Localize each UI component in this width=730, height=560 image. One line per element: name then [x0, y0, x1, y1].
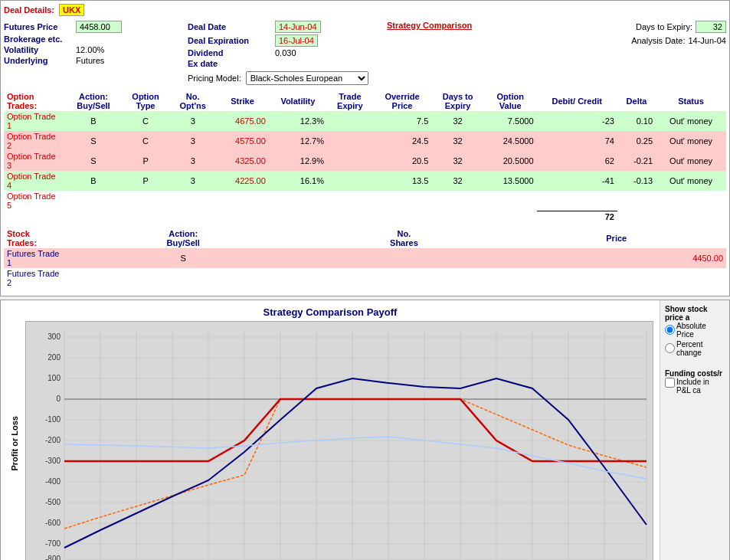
volatility-label: Volatility: [4, 45, 73, 54]
th-trade-expiry: Trade Expiry: [327, 91, 373, 111]
th-no-shares: No. Shares: [301, 228, 506, 248]
stock-trades-table: Stock Trades: Action: Buy/Sell No. Share…: [4, 228, 726, 288]
chart-title: Strategy Comparison Payoff: [7, 306, 653, 318]
display-mode-group: Absolute Price Percent change: [665, 322, 725, 357]
percent-change-radio[interactable]: [665, 343, 675, 353]
stock-trades-section: Stock Trades: Action: Buy/Sell No. Share…: [4, 228, 726, 288]
days-to-expiry-label: Days to Expiry:: [636, 22, 692, 31]
option-trade-row: Option Trade 3SP34325.0012.9%20.53220.50…: [4, 151, 726, 171]
th-status: Status: [656, 91, 726, 111]
svg-text:-100: -100: [45, 415, 61, 424]
svg-text:0: 0: [56, 395, 61, 403]
chart-svg: 300 200 100 0 -100 -200 -300 -400 -500 -…: [25, 321, 653, 561]
right-panel: Show stock price a Absolute Price Percen…: [660, 300, 729, 561]
brokerage-label: Brokerage etc.: [4, 34, 73, 44]
pricing-model-select[interactable]: Black-Scholes European: [246, 71, 368, 85]
absolute-price-radio[interactable]: [665, 325, 675, 335]
svg-text:300: 300: [47, 332, 61, 341]
svg-text:-200: -200: [45, 436, 61, 444]
th-volatility: Volatility: [269, 91, 327, 111]
strategy-comparison-link[interactable]: Strategy Comparison: [387, 21, 472, 33]
th-debit-credit: Debit/ Credit: [537, 91, 617, 111]
top-panel: Deal Details: UKX Futures Price 4458.00 …: [0, 0, 730, 296]
th-days-expiry: Days to Expiry: [431, 91, 484, 111]
svg-text:-800: -800: [45, 555, 61, 561]
days-to-expiry-value: 32: [696, 21, 726, 33]
option-trade-row: Option Trade 1BC34675.0012.3%7.5327.5000…: [4, 111, 726, 131]
deal-ticker: UKX: [59, 4, 84, 16]
percent-change-option[interactable]: Percent change: [665, 340, 725, 357]
option-trades-table: Option Trades: Action: Buy/Sell Option T…: [4, 91, 726, 222]
deal-date-label: Deal Date: [188, 22, 272, 31]
th-price: Price: [506, 228, 726, 248]
th-no: No. Opt'ns: [169, 91, 216, 111]
funding-label: Funding costs/r: [665, 369, 725, 378]
bottom-panel: Strategy Comparison Payoff Profit or Los…: [0, 300, 730, 561]
th-delta: Delta: [617, 91, 656, 111]
include-checkbox[interactable]: [665, 378, 675, 388]
deal-expiry-value: 16-Jul-04: [275, 34, 318, 47]
futures-price-value: 4458.00: [76, 21, 122, 33]
option-trade-row: Option Trade 4BP34225.0016.1%13.53213.50…: [4, 171, 726, 191]
stock-trade-row: Futures Trade 2: [4, 268, 726, 288]
option-trades-label: Option Trades:: [4, 91, 65, 111]
option-trade-row: Option Trade 2SC34575.0012.7%24.53224.50…: [4, 131, 726, 151]
pricing-model-label: Pricing Model:: [188, 74, 241, 83]
ex-date-label: Ex date: [188, 59, 272, 68]
deal-date-value: 14-Jun-04: [275, 21, 321, 33]
volatility-value: 12.00%: [76, 45, 104, 54]
absolute-price-option[interactable]: Absolute Price: [665, 322, 725, 339]
th-type: Option Type: [122, 91, 169, 111]
deal-details-label: Deal Details:: [4, 5, 54, 15]
dividend-value: 0.030: [275, 48, 296, 57]
th-action: Action: Buy/Sell: [65, 91, 122, 111]
stock-trades-label: Stock Trades:: [4, 228, 65, 248]
futures-price-label: Futures Price: [4, 22, 73, 31]
funding-section: Funding costs/r Include in P&L ca: [665, 369, 725, 395]
chart-area: Strategy Comparison Payoff Profit or Los…: [1, 300, 660, 561]
y-axis-label: Profit or Loss: [10, 416, 19, 471]
main-container: Deal Details: UKX Futures Price 4458.00 …: [0, 0, 730, 560]
th-option-value: Option Value: [484, 91, 537, 111]
svg-text:100: 100: [47, 374, 61, 382]
dividend-label: Dividend: [188, 48, 272, 57]
show-stock-label: Show stock price a: [665, 305, 725, 322]
svg-text:-700: -700: [45, 539, 61, 548]
analysis-date-value: 14-Jun-04: [688, 36, 726, 45]
underlying-value: Futures: [76, 56, 104, 65]
stock-trade-row: Futures Trade 1S4450.00: [4, 248, 726, 268]
option-trades-section: Option Trades: Action: Buy/Sell Option T…: [4, 91, 726, 222]
svg-text:-600: -600: [45, 519, 61, 527]
include-checkbox-label[interactable]: Include in P&L ca: [665, 378, 725, 395]
th-override-price: Override Price: [373, 91, 432, 111]
svg-text:-500: -500: [45, 498, 61, 506]
option-trade-row: Option Trade 5: [4, 191, 726, 211]
svg-text:-300: -300: [45, 457, 61, 465]
option-trades-total-row: 72: [4, 211, 726, 222]
underlying-label: Underlying: [4, 56, 73, 65]
svg-text:200: 200: [47, 353, 61, 362]
svg-text:-400: -400: [45, 477, 61, 486]
th-strike: Strike: [216, 91, 269, 111]
th-stock-action: Action: Buy/Sell: [65, 228, 301, 248]
deal-expiry-label: Deal Expiration: [188, 36, 272, 45]
analysis-date-label: Analysis Date:: [631, 36, 685, 45]
